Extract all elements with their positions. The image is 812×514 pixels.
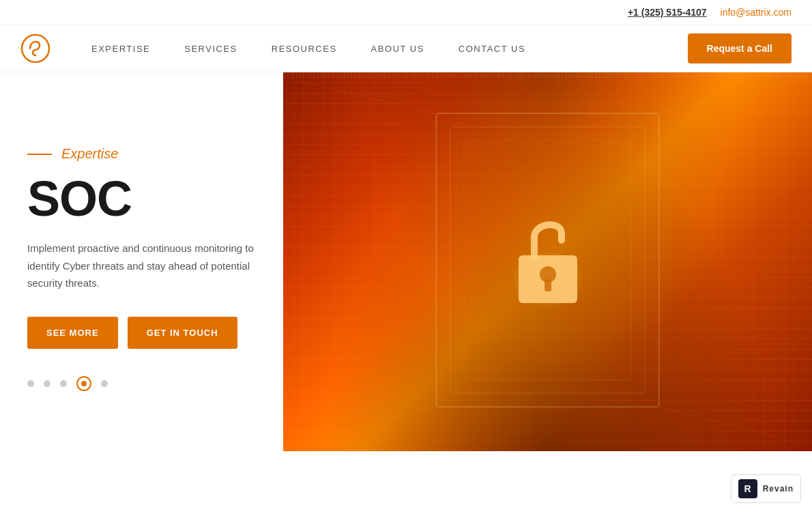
revain-label: Revain — [763, 484, 794, 494]
revain-badge: R Revain — [731, 474, 801, 503]
hero-image: 1011010011100101001101101001110010100110… — [283, 72, 812, 451]
revain-icon: R — [738, 479, 757, 498]
carousel-dot-1[interactable] — [44, 380, 50, 387]
carousel-dot-4[interactable] — [101, 380, 108, 387]
phone-link[interactable]: +1 (325) 515-4107 — [628, 7, 707, 18]
svg-line-10 — [290, 407, 436, 444]
nav-links: EXPERTISE SERVICES RESOURCES ABOUT US CO… — [91, 44, 688, 54]
navbar: EXPERTISE SERVICES RESOURCES ABOUT US CO… — [0, 25, 812, 72]
expertise-text: Expertise — [61, 146, 118, 162]
carousel-dots — [27, 376, 256, 391]
svg-line-11 — [659, 407, 805, 444]
get-in-touch-button[interactable]: GET IN TOUCH — [128, 317, 237, 349]
carousel-dot-3[interactable] — [76, 376, 91, 391]
lock-icon — [504, 206, 592, 315]
see-more-button[interactable]: SEE MORE — [27, 317, 118, 349]
expertise-label-group: Expertise — [27, 146, 256, 162]
svg-line-9 — [659, 79, 805, 113]
hero-buttons: SEE MORE GET IN TOUCH — [27, 317, 256, 349]
logo[interactable] — [20, 33, 50, 63]
carousel-dot-2[interactable] — [60, 380, 67, 387]
carousel-dot-0[interactable] — [27, 380, 34, 387]
expertise-line — [27, 154, 52, 155]
nav-services[interactable]: SERVICES — [184, 44, 237, 54]
top-bar: +1 (325) 515-4107 info@sattrix.com — [0, 0, 812, 25]
nav-about-us[interactable]: ABOUT US — [371, 44, 424, 54]
hero-title: SOC — [27, 174, 256, 223]
svg-point-4 — [514, 252, 582, 306]
request-call-button[interactable]: Request a Call — [688, 33, 792, 63]
nav-contact-us[interactable]: CONTACT US — [459, 44, 525, 54]
hero-section: Expertise SOC Implement proactive and co… — [0, 72, 812, 451]
svg-point-0 — [22, 35, 49, 62]
svg-line-8 — [290, 79, 436, 113]
lock-icon-container — [504, 206, 592, 318]
hero-content: Expertise SOC Implement proactive and co… — [0, 72, 283, 451]
nav-resources[interactable]: RESOURCES — [272, 44, 337, 54]
email-link[interactable]: info@sattrix.com — [721, 7, 792, 18]
hero-description: Implement proactive and continuous monit… — [27, 240, 256, 292]
nav-expertise[interactable]: EXPERTISE — [91, 44, 150, 54]
